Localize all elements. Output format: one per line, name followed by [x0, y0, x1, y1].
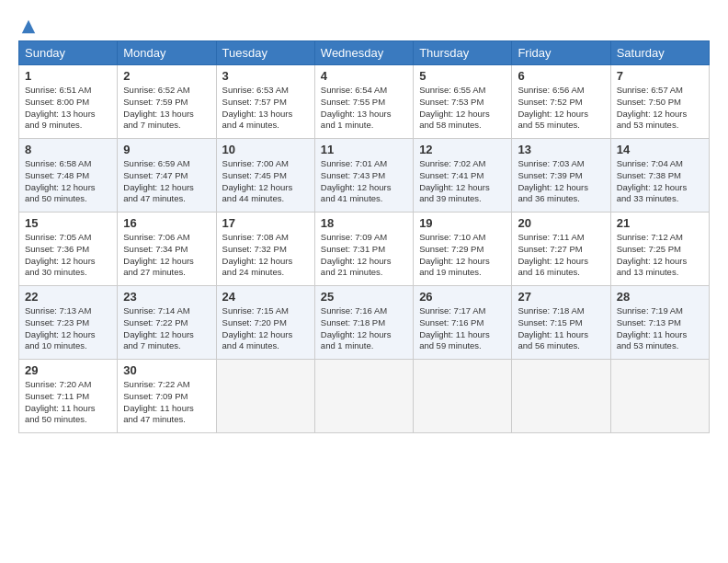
calendar-cell: 2Sunrise: 6:52 AM Sunset: 7:59 PM Daylig… — [118, 65, 216, 139]
day-info: Sunrise: 7:13 AM Sunset: 7:23 PM Dayligh… — [25, 305, 111, 352]
day-info: Sunrise: 7:05 AM Sunset: 7:36 PM Dayligh… — [25, 232, 111, 279]
calendar-week-2: 8Sunrise: 6:58 AM Sunset: 7:48 PM Daylig… — [19, 139, 710, 213]
calendar-cell: 24Sunrise: 7:15 AM Sunset: 7:20 PM Dayli… — [216, 286, 314, 360]
header-tuesday: Tuesday — [216, 41, 314, 65]
header-friday: Friday — [512, 41, 610, 65]
calendar-cell: 11Sunrise: 7:01 AM Sunset: 7:43 PM Dayli… — [314, 139, 413, 213]
logo — [18, 18, 37, 33]
calendar-week-4: 22Sunrise: 7:13 AM Sunset: 7:23 PM Dayli… — [19, 286, 710, 360]
calendar-header-row: SundayMondayTuesdayWednesdayThursdayFrid… — [19, 41, 710, 65]
day-info: Sunrise: 7:14 AM Sunset: 7:22 PM Dayligh… — [123, 305, 210, 352]
day-info: Sunrise: 7:11 AM Sunset: 7:27 PM Dayligh… — [518, 232, 604, 279]
calendar-week-3: 15Sunrise: 7:05 AM Sunset: 7:36 PM Dayli… — [19, 213, 710, 286]
day-info: Sunrise: 6:59 AM Sunset: 7:47 PM Dayligh… — [123, 158, 210, 205]
day-number: 17 — [222, 216, 309, 230]
header-saturday: Saturday — [610, 41, 709, 65]
calendar-cell: 26Sunrise: 7:17 AM Sunset: 7:16 PM Dayli… — [414, 286, 512, 360]
calendar-cell — [610, 360, 709, 433]
day-number: 5 — [419, 69, 506, 83]
calendar-week-5: 29Sunrise: 7:20 AM Sunset: 7:11 PM Dayli… — [19, 360, 710, 433]
day-info: Sunrise: 7:04 AM Sunset: 7:38 PM Dayligh… — [617, 158, 703, 205]
calendar-cell: 27Sunrise: 7:18 AM Sunset: 7:15 PM Dayli… — [512, 286, 610, 360]
day-number: 27 — [518, 290, 604, 304]
day-number: 4 — [321, 69, 407, 83]
day-info: Sunrise: 6:55 AM Sunset: 7:53 PM Dayligh… — [419, 85, 506, 132]
calendar: SundayMondayTuesdayWednesdayThursdayFrid… — [18, 40, 710, 433]
day-info: Sunrise: 7:00 AM Sunset: 7:45 PM Dayligh… — [222, 158, 309, 205]
calendar-cell: 20Sunrise: 7:11 AM Sunset: 7:27 PM Dayli… — [512, 213, 610, 286]
svg-marker-0 — [22, 20, 35, 33]
day-info: Sunrise: 7:17 AM Sunset: 7:16 PM Dayligh… — [419, 305, 506, 352]
calendar-cell — [314, 360, 413, 433]
calendar-cell: 12Sunrise: 7:02 AM Sunset: 7:41 PM Dayli… — [414, 139, 512, 213]
day-number: 19 — [419, 216, 506, 230]
day-number: 9 — [123, 143, 210, 156]
page-header — [18, 18, 710, 33]
day-info: Sunrise: 7:12 AM Sunset: 7:25 PM Dayligh… — [617, 232, 703, 279]
day-number: 2 — [123, 69, 210, 83]
day-number: 8 — [25, 143, 111, 156]
calendar-cell: 17Sunrise: 7:08 AM Sunset: 7:32 PM Dayli… — [216, 213, 314, 286]
calendar-cell: 8Sunrise: 6:58 AM Sunset: 7:48 PM Daylig… — [19, 139, 118, 213]
day-info: Sunrise: 7:06 AM Sunset: 7:34 PM Dayligh… — [123, 232, 210, 279]
day-number: 20 — [518, 216, 604, 230]
calendar-cell: 3Sunrise: 6:53 AM Sunset: 7:57 PM Daylig… — [216, 65, 314, 139]
day-number: 16 — [123, 216, 210, 230]
calendar-cell: 15Sunrise: 7:05 AM Sunset: 7:36 PM Dayli… — [19, 213, 118, 286]
day-info: Sunrise: 7:22 AM Sunset: 7:09 PM Dayligh… — [123, 379, 210, 426]
calendar-cell: 30Sunrise: 7:22 AM Sunset: 7:09 PM Dayli… — [118, 360, 216, 433]
header-thursday: Thursday — [414, 41, 512, 65]
calendar-cell: 16Sunrise: 7:06 AM Sunset: 7:34 PM Dayli… — [118, 213, 216, 286]
day-info: Sunrise: 7:08 AM Sunset: 7:32 PM Dayligh… — [222, 232, 309, 279]
day-info: Sunrise: 7:09 AM Sunset: 7:31 PM Dayligh… — [321, 232, 407, 279]
header-wednesday: Wednesday — [314, 41, 413, 65]
day-number: 21 — [617, 216, 703, 230]
logo-icon — [20, 18, 37, 35]
day-info: Sunrise: 6:51 AM Sunset: 8:00 PM Dayligh… — [25, 85, 111, 132]
day-info: Sunrise: 7:19 AM Sunset: 7:13 PM Dayligh… — [617, 305, 703, 352]
day-info: Sunrise: 7:10 AM Sunset: 7:29 PM Dayligh… — [419, 232, 506, 279]
calendar-cell: 1Sunrise: 6:51 AM Sunset: 8:00 PM Daylig… — [19, 65, 118, 139]
day-number: 18 — [321, 216, 407, 230]
calendar-cell: 29Sunrise: 7:20 AM Sunset: 7:11 PM Dayli… — [19, 360, 118, 433]
day-info: Sunrise: 6:54 AM Sunset: 7:55 PM Dayligh… — [321, 85, 407, 132]
calendar-cell: 25Sunrise: 7:16 AM Sunset: 7:18 PM Dayli… — [314, 286, 413, 360]
day-number: 22 — [25, 290, 111, 304]
day-number: 30 — [123, 363, 210, 377]
day-info: Sunrise: 6:56 AM Sunset: 7:52 PM Dayligh… — [518, 85, 604, 132]
calendar-cell: 21Sunrise: 7:12 AM Sunset: 7:25 PM Dayli… — [610, 213, 709, 286]
day-number: 6 — [518, 69, 604, 83]
day-info: Sunrise: 6:52 AM Sunset: 7:59 PM Dayligh… — [123, 85, 210, 132]
calendar-cell: 10Sunrise: 7:00 AM Sunset: 7:45 PM Dayli… — [216, 139, 314, 213]
calendar-cell: 4Sunrise: 6:54 AM Sunset: 7:55 PM Daylig… — [314, 65, 413, 139]
day-number: 29 — [25, 363, 111, 377]
day-info: Sunrise: 7:18 AM Sunset: 7:15 PM Dayligh… — [518, 305, 604, 352]
calendar-cell: 19Sunrise: 7:10 AM Sunset: 7:29 PM Dayli… — [414, 213, 512, 286]
day-number: 15 — [25, 216, 111, 230]
day-number: 7 — [617, 69, 703, 83]
calendar-cell: 9Sunrise: 6:59 AM Sunset: 7:47 PM Daylig… — [118, 139, 216, 213]
day-number: 12 — [419, 143, 506, 156]
calendar-cell — [216, 360, 314, 433]
day-number: 10 — [222, 143, 309, 156]
day-info: Sunrise: 7:02 AM Sunset: 7:41 PM Dayligh… — [419, 158, 506, 205]
day-info: Sunrise: 7:01 AM Sunset: 7:43 PM Dayligh… — [321, 158, 407, 205]
calendar-cell: 22Sunrise: 7:13 AM Sunset: 7:23 PM Dayli… — [19, 286, 118, 360]
calendar-week-1: 1Sunrise: 6:51 AM Sunset: 8:00 PM Daylig… — [19, 65, 710, 139]
calendar-cell: 5Sunrise: 6:55 AM Sunset: 7:53 PM Daylig… — [414, 65, 512, 139]
header-sunday: Sunday — [19, 41, 118, 65]
day-info: Sunrise: 7:03 AM Sunset: 7:39 PM Dayligh… — [518, 158, 604, 205]
calendar-cell: 7Sunrise: 6:57 AM Sunset: 7:50 PM Daylig… — [610, 65, 709, 139]
day-number: 25 — [321, 290, 407, 304]
day-info: Sunrise: 7:16 AM Sunset: 7:18 PM Dayligh… — [321, 305, 407, 352]
day-info: Sunrise: 6:58 AM Sunset: 7:48 PM Dayligh… — [25, 158, 111, 205]
calendar-cell — [414, 360, 512, 433]
day-number: 28 — [617, 290, 703, 304]
calendar-cell: 23Sunrise: 7:14 AM Sunset: 7:22 PM Dayli… — [118, 286, 216, 360]
day-number: 3 — [222, 69, 309, 83]
day-info: Sunrise: 6:53 AM Sunset: 7:57 PM Dayligh… — [222, 85, 309, 132]
calendar-cell: 6Sunrise: 6:56 AM Sunset: 7:52 PM Daylig… — [512, 65, 610, 139]
day-info: Sunrise: 6:57 AM Sunset: 7:50 PM Dayligh… — [617, 85, 703, 132]
day-info: Sunrise: 7:15 AM Sunset: 7:20 PM Dayligh… — [222, 305, 309, 352]
header-monday: Monday — [118, 41, 216, 65]
